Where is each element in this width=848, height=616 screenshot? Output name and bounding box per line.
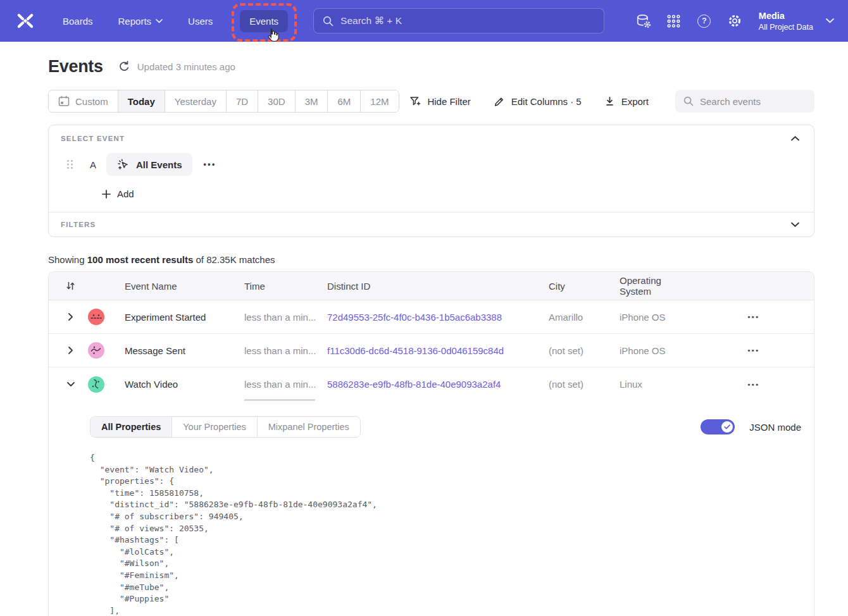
export-button[interactable]: Export — [604, 96, 649, 107]
distinct-id-link[interactable]: f11c30d6-dc6d-4518-9136-0d046159c84d — [327, 345, 504, 356]
grid-dots-icon — [666, 14, 681, 28]
filters-section[interactable]: FILTERS — [49, 212, 814, 237]
global-search-placeholder: Search ⌘ + K — [340, 15, 402, 27]
mixpanel-logo-icon[interactable] — [15, 13, 38, 29]
event-selector-label: All Events — [136, 159, 182, 170]
os-cell: Linux — [620, 379, 694, 390]
date-range-12m[interactable]: 12M — [361, 90, 398, 112]
apps-grid-button[interactable] — [661, 9, 687, 33]
nav-reports-label: Reports — [118, 16, 152, 27]
event-selector-chip[interactable]: All Events — [106, 153, 192, 176]
table-row-expanded[interactable]: Watch Video less than a min... 5886283e-… — [49, 367, 814, 401]
collapse-section-button[interactable] — [789, 135, 802, 142]
chevron-down-icon — [826, 18, 834, 23]
search-events-input[interactable]: Search events — [675, 90, 814, 113]
refresh-button[interactable] — [118, 61, 130, 73]
download-icon — [604, 96, 615, 107]
row-more-button[interactable]: ••• — [747, 313, 759, 321]
table-row[interactable]: Experiment Started less than a min... 72… — [49, 300, 814, 334]
help-button[interactable]: ? — [692, 9, 717, 33]
chevron-right-icon — [68, 313, 73, 321]
chevron-down-icon — [156, 19, 163, 23]
distinct-id-link[interactable]: 5886283e-e9fb-48fb-81de-40e9093a2af4 — [327, 379, 501, 390]
chevron-right-icon — [68, 347, 73, 354]
expand-row-button[interactable] — [66, 311, 75, 323]
search-events-placeholder: Search events — [700, 96, 761, 107]
toggle-knob — [721, 421, 733, 433]
collapse-row-button[interactable] — [65, 379, 77, 389]
calendar-icon — [58, 95, 70, 107]
settings-button[interactable] — [722, 9, 747, 33]
date-range-30d[interactable]: 30D — [258, 90, 296, 112]
date-range-today[interactable]: Today — [118, 90, 165, 112]
check-icon — [724, 424, 730, 429]
global-search-input[interactable]: Search ⌘ + K — [313, 8, 604, 34]
hide-filter-button[interactable]: Hide Filter — [409, 96, 470, 107]
horizontal-scrollbar[interactable] — [244, 399, 315, 401]
primary-nav: Boards Reports Users Events — [53, 10, 288, 32]
add-event-button[interactable]: Add — [102, 188, 134, 199]
date-range-control: Custom Today Yesterday 7D 30D 3M 6M 12M — [48, 90, 399, 113]
nav-boards[interactable]: Boards — [53, 10, 103, 32]
gear-icon — [727, 13, 742, 28]
page-title: Events — [48, 57, 103, 77]
project-switcher[interactable]: Media All Project Data — [759, 10, 813, 32]
date-range-custom[interactable]: Custom — [49, 90, 118, 112]
event-avatar — [88, 309, 104, 325]
row-more-button[interactable]: ••• — [747, 347, 759, 354]
column-header-event-name[interactable]: Event Name — [125, 281, 244, 292]
date-range-3m[interactable]: 3M — [296, 90, 328, 112]
event-avatar — [88, 376, 104, 393]
tab-mixpanel-properties[interactable]: Mixpanel Properties — [258, 417, 360, 437]
date-range-yesterday[interactable]: Yesterday — [165, 90, 227, 112]
sort-icon[interactable] — [66, 281, 75, 291]
edit-columns-button[interactable]: Edit Columns · 5 — [494, 95, 582, 107]
plus-icon — [102, 190, 111, 199]
os-cell: iPhone OS — [620, 345, 694, 356]
help-icon: ? — [697, 15, 711, 28]
expand-filters-button[interactable] — [789, 221, 802, 228]
column-header-city[interactable]: City — [549, 281, 620, 292]
time-cell: less than a min... — [244, 345, 327, 356]
json-mode-group: JSON mode — [701, 419, 801, 434]
city-cell: Amarillo — [549, 312, 620, 323]
column-header-os[interactable]: Operating System — [620, 275, 694, 297]
database-gear-icon — [636, 14, 651, 28]
clause-letter: A — [89, 159, 97, 170]
nav-events-wrap: Events — [240, 10, 288, 32]
last-updated-text: Updated 3 minutes ago — [137, 61, 235, 72]
date-range-7d[interactable]: 7D — [227, 90, 258, 112]
column-header-time[interactable]: Time — [244, 281, 327, 292]
tab-your-properties[interactable]: Your Properties — [172, 417, 257, 437]
filter-plus-icon — [409, 96, 421, 107]
search-icon — [323, 16, 334, 27]
nav-reports[interactable]: Reports — [109, 10, 173, 32]
properties-tabs: All Properties Your Properties Mixpanel … — [90, 416, 361, 438]
magic-cursor-icon — [116, 158, 130, 171]
table-header-row: Event Name Time Distinct ID City Operati… — [49, 272, 814, 300]
date-range-6m[interactable]: 6M — [328, 90, 361, 112]
top-navbar: Boards Reports Users Events Search ⌘ + K — [0, 0, 848, 42]
json-mode-toggle[interactable] — [701, 419, 735, 434]
column-header-distinct-id[interactable]: Distinct ID — [327, 281, 549, 292]
event-clause-row: A All Events ••• — [61, 153, 802, 176]
drag-handle-icon[interactable] — [66, 159, 73, 169]
tab-all-properties[interactable]: All Properties — [90, 417, 172, 437]
expand-row-button[interactable] — [66, 344, 75, 357]
project-scope: All Project Data — [759, 22, 813, 32]
nav-events[interactable]: Events — [240, 10, 288, 32]
city-cell: (not set) — [549, 379, 620, 390]
row-more-button[interactable]: ••• — [747, 381, 759, 388]
os-cell: iPhone OS — [620, 312, 694, 323]
data-management-button[interactable] — [631, 9, 656, 33]
select-event-heading: SELECT EVENT — [61, 135, 125, 142]
distinct-id-link[interactable]: 72d49553-25fc-4f0c-b436-1b5ac6ab3388 — [327, 312, 502, 323]
table-row[interactable]: Message Sent less than a min... f11c30d6… — [49, 334, 814, 367]
nav-users[interactable]: Users — [178, 10, 222, 32]
clause-more-button[interactable]: ••• — [204, 160, 216, 169]
event-name-cell: Message Sent — [125, 345, 244, 356]
search-icon — [683, 96, 694, 106]
event-avatar — [88, 342, 104, 359]
cursor-pointer-icon — [266, 28, 280, 42]
events-table: Event Name Time Distinct ID City Operati… — [48, 271, 814, 616]
